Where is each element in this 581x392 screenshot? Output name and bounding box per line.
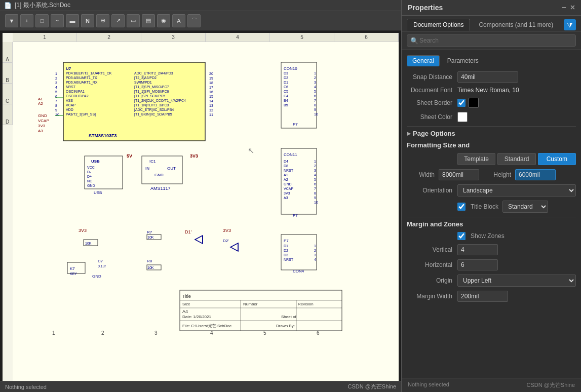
- toolbar-net-btn[interactable]: N: [81, 14, 94, 27]
- schematic-svg: U7 PD4:BEEP/T2_1/UART1_CK PD5:A5/UART1_T…: [13, 42, 399, 392]
- properties-panel: Properties − × Document Options Componen…: [401, 0, 581, 392]
- divider-1: [407, 126, 576, 127]
- toolbar-table-btn[interactable]: ▤: [142, 14, 155, 27]
- svg-text:6: 6: [314, 94, 316, 98]
- status-left: Nothing selected: [5, 384, 47, 390]
- schematic-canvas[interactable]: 1 2 3 4 5 6 A B C D U7 PD4:BEEP/T2_1/UAR…: [3, 33, 399, 392]
- svg-text:3: 3: [314, 253, 316, 257]
- toolbar-arc-btn[interactable]: ⌒: [187, 14, 201, 27]
- svg-text:6: 6: [317, 330, 320, 336]
- svg-text:IN: IN: [145, 166, 149, 171]
- svg-text:17: 17: [209, 86, 213, 89]
- toolbar-cross-btn[interactable]: ⊕: [96, 14, 109, 27]
- origin-select[interactable]: Upper Left Lower Left Upper Right Lower …: [457, 275, 576, 287]
- svg-text:13: 13: [209, 104, 213, 107]
- svg-text:10K: 10K: [147, 236, 154, 239]
- close-icon[interactable]: ×: [570, 3, 575, 12]
- tab-components[interactable]: Components (and 11 more): [472, 19, 560, 31]
- height-input[interactable]: [515, 169, 556, 180]
- margin-zones-header: Margin and Zones: [407, 220, 576, 228]
- horizontal-label: Horizontal: [407, 261, 457, 268]
- svg-text:K7: K7: [70, 266, 75, 271]
- filter-button[interactable]: ⧩: [564, 19, 576, 30]
- svg-text:A2: A2: [284, 178, 288, 181]
- origin-label: Origin: [407, 277, 457, 284]
- svg-text:A2: A2: [38, 101, 43, 106]
- sheet-color-row: Sheet Color: [407, 112, 576, 122]
- svg-text:5: 5: [55, 90, 57, 94]
- template-btn[interactable]: Template: [457, 153, 495, 165]
- svg-text:3: 3: [314, 81, 316, 84]
- svg-text:11: 11: [209, 113, 213, 116]
- svg-text:B4: B4: [284, 99, 288, 102]
- svg-text:19: 19: [209, 76, 213, 80]
- svg-text:3V3: 3V3: [38, 124, 46, 128]
- show-zones-checkbox[interactable]: [457, 232, 466, 240]
- svg-text:P7: P7: [293, 122, 298, 127]
- svg-text:7: 7: [314, 187, 316, 190]
- tab-document-options[interactable]: Document Options: [407, 19, 470, 31]
- svg-text:4: 4: [314, 173, 316, 177]
- pin-icon[interactable]: −: [561, 3, 566, 12]
- show-zones-label: Show Zones: [471, 232, 505, 240]
- svg-text:9: 9: [55, 108, 57, 112]
- width-input[interactable]: [439, 169, 479, 180]
- svg-text:10K: 10K: [147, 266, 154, 269]
- svg-text:[T1_2]SPI_MISO/PC7: [T1_2]SPI_MISO/PC7: [134, 85, 169, 89]
- toolbar-power-btn[interactable]: ◉: [157, 14, 170, 27]
- sheet-color-swatch[interactable]: [457, 112, 468, 122]
- svg-text:D3: D3: [284, 253, 288, 257]
- svg-text:OSCOUT/PA2: OSCOUT/PA2: [66, 94, 89, 98]
- svg-text:NRST: NRST: [284, 258, 294, 261]
- svg-text:2: 2: [314, 76, 316, 80]
- svg-text:File: C:\Users\光芒.SchDoc: File: C:\Users\光芒.SchDoc: [182, 324, 231, 328]
- toolbar-filter-btn[interactable]: ▼: [5, 14, 18, 27]
- width-height-row: Width Height: [407, 169, 576, 180]
- sheet-border-checkbox[interactable]: [457, 99, 466, 107]
- schematic-titlebar: 📄 [1] 最小系统.SchDoc: [0, 0, 401, 11]
- page-options-header: ▶ Page Options: [407, 130, 576, 137]
- svg-rect-82: [281, 148, 317, 214]
- svg-text:2: 2: [314, 249, 316, 252]
- titlebar-text: [1] 最小系统.SchDoc: [15, 1, 70, 10]
- toolbar-arrow-btn[interactable]: ↗: [111, 14, 125, 27]
- title-block-checkbox[interactable]: [457, 203, 466, 211]
- search-bar: 🔍: [402, 31, 581, 50]
- grid-letter-a: A: [3, 42, 13, 63]
- svg-text:1: 1: [314, 71, 316, 75]
- subtab-general[interactable]: General: [407, 55, 440, 66]
- margin-width-input[interactable]: [457, 291, 508, 302]
- snap-distance-row: Snap Distance: [407, 71, 576, 83]
- toolbar-wire-btn[interactable]: ~: [51, 14, 64, 27]
- svg-text:10: 10: [314, 201, 318, 204]
- svg-text:9: 9: [314, 196, 316, 200]
- horizontal-input[interactable]: [457, 259, 498, 270]
- standard-btn[interactable]: Standard: [497, 153, 535, 165]
- svg-text:C5: C5: [284, 90, 288, 93]
- toolbar-rect-btn[interactable]: □: [35, 14, 49, 27]
- horizontal-row: Horizontal: [407, 259, 576, 270]
- toolbar-line-btn[interactable]: ▬: [66, 14, 79, 27]
- svg-text:R8: R8: [147, 259, 152, 263]
- grid-numbers-row: 1 2 3 4 5 6: [13, 33, 399, 42]
- toolbar-bus-btn[interactable]: ▭: [127, 14, 140, 27]
- svg-text:NC: NC: [87, 179, 92, 183]
- snap-distance-input[interactable]: [457, 71, 518, 83]
- sub-tabs: General Parameters: [407, 55, 576, 66]
- subtab-parameters[interactable]: Parameters: [442, 55, 484, 66]
- title-block-select[interactable]: Standard None: [502, 201, 548, 213]
- toolbar-text-btn[interactable]: A: [172, 14, 185, 27]
- toolbar-add-btn[interactable]: +: [20, 14, 33, 27]
- svg-text:A1: A1: [284, 173, 288, 177]
- search-input[interactable]: [407, 34, 576, 47]
- sheet-border-color[interactable]: [469, 98, 479, 108]
- custom-btn[interactable]: Custom: [538, 153, 576, 165]
- svg-text:OUT: OUT: [167, 166, 176, 171]
- footer-right: CSDN @光芒Shine: [526, 381, 575, 389]
- svg-text:GND: GND: [154, 173, 164, 177]
- sheet-border-row: Sheet Border: [407, 98, 576, 108]
- svg-text:18: 18: [209, 81, 213, 85]
- orientation-select[interactable]: Landscape Portrait: [457, 184, 576, 197]
- grid-num-3: 3: [141, 33, 206, 42]
- vertical-input[interactable]: [457, 244, 498, 255]
